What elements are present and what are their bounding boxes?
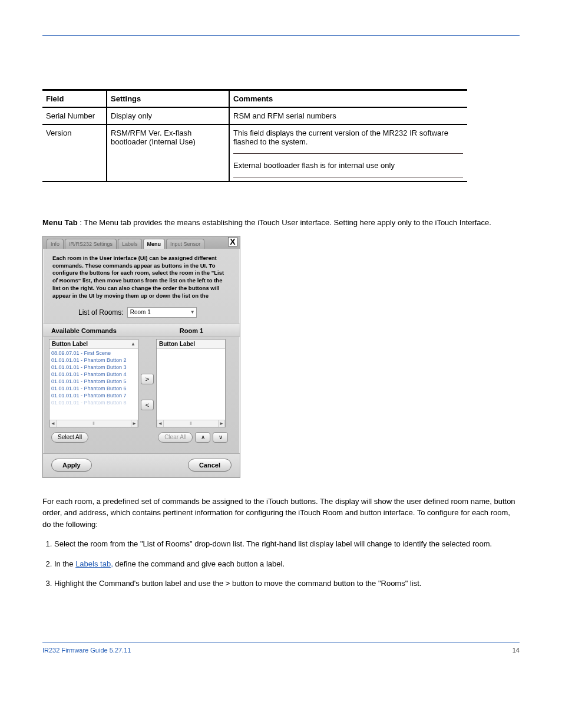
- h-scrollbar[interactable]: ◄ ▮ ►: [157, 420, 225, 427]
- room-list[interactable]: Button Label ◄ ▮ ►: [156, 339, 226, 427]
- scroll-track[interactable]: ▮: [57, 420, 131, 427]
- section-heading: Menu Tab: [42, 218, 78, 227]
- list-actions: Select All Clear All ∧ ∨: [43, 431, 240, 453]
- list-item[interactable]: 01.01.01.01 - Phantom Button 6: [49, 385, 138, 392]
- comments-b: External bootloader flash is for interna…: [233, 161, 463, 170]
- move-right-button[interactable]: >: [141, 374, 154, 384]
- available-list[interactable]: Button Label ▲ 08.09.07.01 - First Scene…: [49, 339, 138, 427]
- window-footer: Apply Cancel: [43, 453, 240, 477]
- comments-a: This field displays the current version …: [233, 129, 463, 146]
- th-field: Field: [42, 91, 107, 107]
- list-item[interactable]: 01.01.01.01 - Phantom Button 3: [49, 364, 138, 371]
- list-item[interactable]: 01.01.01.01 - Phantom Button 8: [49, 399, 138, 406]
- td-field: Version: [42, 125, 107, 181]
- instruction-step: Highlight the Command's button label and…: [54, 578, 520, 589]
- footer-left: IR232 Firmware Guide 5.27.11: [42, 647, 131, 654]
- scroll-track[interactable]: ▮: [164, 420, 218, 427]
- button-label-header: Button Label: [52, 341, 88, 347]
- rooms-dropdown[interactable]: Room 1 ▼: [127, 307, 197, 318]
- instructions-lead: For each room, a predefined set of comma…: [42, 496, 520, 531]
- instruction-step: In the Labels tab, define the command an…: [54, 558, 520, 570]
- lists-area: Button Label ▲ 08.09.07.01 - First Scene…: [43, 337, 240, 431]
- move-down-button[interactable]: ∨: [213, 432, 228, 443]
- td-field: Serial Number: [42, 108, 107, 124]
- sub-rule: [233, 153, 463, 154]
- scroll-right-icon[interactable]: ►: [131, 420, 138, 427]
- button-label-header: Button Label: [159, 341, 195, 347]
- td-settings: RSM/RFM Ver. Ex-flash bootloader (Intern…: [107, 125, 230, 181]
- th-settings: Settings: [107, 91, 230, 107]
- td-comments: RSM and RFM serial numbers: [230, 108, 467, 124]
- h-scrollbar[interactable]: ◄ ▮ ►: [49, 420, 138, 427]
- move-up-button[interactable]: ∧: [195, 432, 210, 443]
- select-all-button[interactable]: Select All: [51, 432, 88, 443]
- labels-tab-link[interactable]: Labels tab,: [75, 559, 113, 568]
- room-list-header[interactable]: Button Label: [157, 340, 225, 349]
- menu-config-window: Info IR/RS232 Settings Labels Menu Input…: [42, 236, 240, 478]
- header-rule: [42, 35, 520, 36]
- section-para: Menu Tab : The Menu tab provides the mea…: [42, 218, 520, 229]
- list-item[interactable]: 01.01.01.01 - Phantom Button 4: [49, 371, 138, 378]
- td-settings: Display only: [107, 108, 230, 124]
- th-comments: Comments: [230, 91, 467, 107]
- instruction-step: Select the room from the "List of Rooms"…: [54, 538, 520, 550]
- rooms-label: List of Rooms:: [78, 308, 124, 317]
- chevron-down-icon: ▼: [190, 309, 195, 315]
- config-description-text: Each room in the User Interface (UI) can…: [52, 255, 224, 299]
- available-list-header[interactable]: Button Label ▲: [49, 340, 138, 349]
- available-list-body: 08.09.07.01 - First Scene 01.01.01.01 - …: [49, 349, 138, 420]
- table-header-row: Field Settings Comments: [42, 89, 467, 108]
- scroll-right-icon[interactable]: ►: [218, 420, 225, 427]
- sort-up-icon: ▲: [131, 341, 135, 347]
- tab-labels[interactable]: Labels: [118, 239, 142, 249]
- rooms-row: List of Rooms: Room 1 ▼: [43, 304, 240, 324]
- td-comments: This field displays the current version …: [230, 125, 467, 181]
- list-item[interactable]: 01.01.01.01 - Phantom Button 2: [49, 357, 138, 364]
- scroll-left-icon[interactable]: ◄: [49, 420, 57, 427]
- page-number: 14: [513, 647, 520, 654]
- rooms-value: Room 1: [130, 309, 151, 315]
- step2-b: define the command and give each button …: [113, 559, 285, 568]
- scroll-left-icon[interactable]: ◄: [157, 420, 164, 427]
- table-row: Serial Number Display only RSM and RFM s…: [42, 108, 467, 125]
- tab-info[interactable]: Info: [47, 239, 64, 249]
- tab-bar: Info IR/RS232 Settings Labels Menu Input…: [43, 236, 240, 249]
- list-item[interactable]: 01.01.01.01 - Phantom Button 7: [49, 392, 138, 399]
- move-left-button[interactable]: <: [141, 400, 154, 410]
- tab-input-sensor[interactable]: Input Sensor: [166, 239, 204, 249]
- list-item[interactable]: 08.09.07.01 - First Scene: [49, 350, 138, 357]
- instructions-list: Select the room from the "List of Rooms"…: [54, 538, 520, 589]
- room-header: Room 1: [151, 325, 232, 336]
- sub-rule: [233, 177, 463, 177]
- cancel-button[interactable]: Cancel: [188, 459, 232, 472]
- apply-button[interactable]: Apply: [51, 459, 92, 472]
- move-buttons: > <: [141, 339, 154, 427]
- tab-ir-rs232[interactable]: IR/RS232 Settings: [65, 239, 117, 249]
- room-list-body: [157, 349, 225, 420]
- step2-a: In the: [54, 559, 75, 568]
- close-button[interactable]: X: [228, 237, 237, 246]
- section-para-text: The Menu tab provides the means establis…: [84, 218, 491, 227]
- table-row: Version RSM/RFM Ver. Ex-flash bootloader…: [42, 125, 467, 182]
- list-item[interactable]: 01.01.01.01 - Phantom Button 5: [49, 378, 138, 385]
- clear-all-button[interactable]: Clear All: [158, 432, 193, 443]
- tab-menu[interactable]: Menu: [143, 239, 166, 249]
- available-commands-header: Available Commands: [51, 325, 151, 336]
- config-description: Each room in the User Interface (UI) can…: [43, 249, 240, 304]
- page-footer: IR232 Firmware Guide 5.27.11 14: [42, 643, 520, 654]
- list-headers: Available Commands Room 1: [43, 324, 240, 337]
- settings-table: Field Settings Comments Serial Number Di…: [42, 89, 467, 182]
